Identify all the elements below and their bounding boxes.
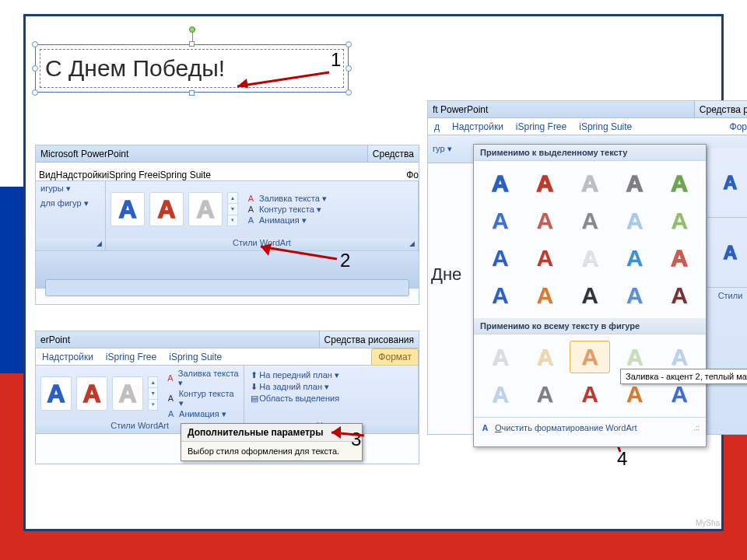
group-label-wordart: Стили WordArt◢ [106,238,418,250]
wordart-style-option[interactable]: A [480,167,521,200]
wordart-style-thumb[interactable]: A [112,376,143,411]
wordart-style-option[interactable]: A [659,279,700,312]
tab-ispring-suite[interactable]: iSpring Suite [158,170,211,180]
wordart-style-option[interactable]: A [615,279,655,312]
wordart-style-option[interactable]: A [525,341,566,373]
send-back-dropdown[interactable]: ⬇На задний план ▾ [249,382,413,392]
resize-handle[interactable] [345,89,352,96]
gallery-spinner[interactable]: ▲▼▾ [148,376,158,411]
rotate-handle[interactable] [189,26,195,33]
textbox-text: С Днем Победы! [45,55,225,82]
wordart-style-thumb[interactable]: A [76,376,107,411]
wordart-style-thumb[interactable]: A [188,192,223,226]
tab-ispring-free[interactable]: iSpring Free [510,119,573,135]
dialog-launcher-icon[interactable]: ◢ [407,239,416,248]
right-ribbon-strip: A A Стили [707,148,747,434]
wordart-style-option[interactable]: A [525,279,566,312]
text-outline-dropdown[interactable]: AКонтур текста ▾ [166,389,239,408]
text-fill-dropdown[interactable]: AЗаливка текста ▾ [246,194,327,204]
tooltip-body: Выбор стиля оформления для текста. [181,442,362,460]
tab-ispring-free[interactable]: iSpring Free [100,349,163,365]
tab-format-partial[interactable]: Фо [406,170,419,180]
tab-partial[interactable]: д [428,119,446,135]
tab-addins[interactable]: Надстройки [56,170,107,180]
wordart-style-option[interactable]: A [615,205,655,237]
wordart-style-option[interactable]: A [570,279,610,312]
text-outline-dropdown[interactable]: AКонтур текста ▾ [246,205,327,215]
dialog-launcher-icon[interactable]: .:: [693,424,700,432]
selected-textbox[interactable]: С Днем Победы! [35,44,349,93]
wordart-styles-group: A A A ▲▼▾ AЗаливка текста ▾ AКонтур текс… [106,181,419,250]
wordart-style-option[interactable]: A [525,167,566,200]
wordart-style-option[interactable]: A [480,205,521,237]
wordart-style-option[interactable]: A [480,378,521,411]
annotation-2: 2 [340,250,350,271]
bring-front-icon: ⬆ [249,370,259,380]
wordart-style-thumb[interactable]: A [110,192,145,226]
resize-handle[interactable] [345,65,352,72]
contextual-tab-label: Средства рисования [319,331,419,348]
wordart-style-option[interactable]: A [570,242,610,275]
wordart-style-thumb[interactable]: A [724,242,737,264]
wordart-style-option[interactable]: A [659,167,700,200]
text-fill-icon: A [246,194,256,204]
shapes-dropdown[interactable]: игуры ▾ [36,181,105,196]
text-fill-icon: A [166,373,175,383]
wordart-style-option[interactable]: A [615,242,655,275]
resize-handle[interactable] [189,90,195,96]
tab-format[interactable]: Формат [371,348,419,365]
wordart-style-option[interactable]: A [525,378,566,411]
text-fill-dropdown[interactable]: AЗаливка текста ▾ [166,369,239,388]
resize-handle[interactable] [345,41,352,47]
wordart-style-option[interactable]: A [480,279,521,312]
clear-formatting-button[interactable]: A Очистить форматирование WordArt .:: [474,417,706,437]
text-effects-dropdown[interactable]: AАнимация ▾ [166,409,239,419]
app-title: Microsoft PowerPoint [40,149,128,159]
text-outline-icon: A [246,205,256,215]
style-preview-tooltip: Заливка - акцент 2, теплый ма [620,369,747,384]
dialog-launcher-icon[interactable]: ◢ [94,239,103,248]
resize-handle[interactable] [189,41,195,47]
wordart-style-thumb[interactable]: A [724,172,737,194]
selection-pane[interactable]: ▤Область выделения [249,394,413,404]
wordart-style-option[interactable]: A [525,205,566,237]
wordart-style-option[interactable]: A [480,242,521,275]
shapes-dropdown-partial[interactable]: гур ▾ [428,144,452,154]
wordart-style-option[interactable]: A [525,242,566,275]
contextual-tab-label: Средства [367,145,419,162]
wordart-style-option[interactable]: A [480,341,521,373]
resize-handle[interactable] [32,41,38,47]
clear-format-icon: A [480,422,490,432]
wordart-style-thumb[interactable]: A [149,192,184,226]
group-label-partial: Стили [707,288,747,300]
wordart-style-option[interactable]: A [659,205,700,237]
tab-addins[interactable]: Надстройки [36,349,100,365]
annotation-4: 4 [617,448,627,470]
textbox-content-area[interactable]: С Днем Победы! [40,49,344,88]
tab-ispring-suite[interactable]: iSpring Suite [163,349,228,365]
app-title-partial: ft PowerPoint [433,104,488,115]
wordart-style-option[interactable]: A [570,205,610,237]
wordart-style-option[interactable]: A [615,167,655,200]
tab-view[interactable]: Вид [39,170,56,180]
slide-frame: С Днем Победы! 1 Microsoft PowerPoint Ср… [23,14,724,531]
selection-pane-icon: ▤ [249,394,259,404]
credit-watermark: MySha [696,519,720,527]
wordart-style-option[interactable]: A [659,242,700,275]
tab-addins[interactable]: Надстройки [446,119,510,135]
gallery-spinner[interactable]: ▲▼▾ [227,192,238,226]
tab-format-partial[interactable]: Фор [724,119,747,135]
wordart-style-thumb[interactable]: A [40,376,72,411]
wordart-style-option[interactable]: A [570,167,610,200]
shape-styles-dropdown[interactable]: для фигур ▾ [36,196,105,211]
wordart-style-option[interactable]: A [570,378,610,411]
tab-ispring-suite[interactable]: iSpring Suite [573,119,638,135]
bring-front-dropdown[interactable]: ⬆На передний план ▾ [249,370,413,380]
wordart-style-option[interactable]: A [570,341,610,373]
tab-ispring-free[interactable]: iSpring Free [107,170,158,180]
screenshot-2-ribbon: Microsoft PowerPoint Средства Вид Надстр… [35,145,419,305]
text-effects-dropdown[interactable]: AАнимация ▾ [246,215,327,226]
resize-handle[interactable] [32,89,38,96]
resize-handle[interactable] [32,65,38,72]
title-bar: Microsoft PowerPoint Средства [36,145,419,163]
